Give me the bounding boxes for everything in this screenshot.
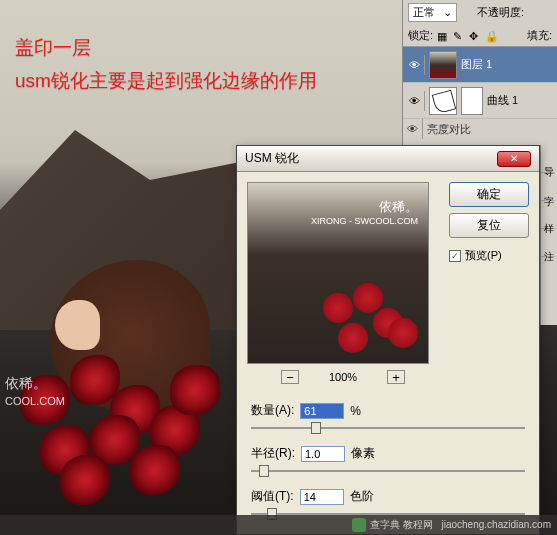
lock-label: 锁定:	[408, 28, 433, 43]
amount-unit: %	[350, 404, 361, 418]
layer-thumbnail[interactable]	[429, 51, 457, 79]
watermark-url-short: COOL.COM	[5, 395, 65, 407]
close-button[interactable]: ✕	[497, 151, 531, 167]
reset-button[interactable]: 复位	[449, 213, 529, 238]
layers-panel: 正常 ⌄ 不透明度: 锁定: ▦ ✎ ✥ 🔒 填充: 👁 图层 1 👁 曲线 1…	[402, 0, 557, 145]
amount-input[interactable]	[300, 403, 344, 419]
chevron-down-icon: ⌄	[443, 6, 452, 19]
radius-slider[interactable]	[251, 464, 525, 478]
threshold-label: 阈值(T):	[251, 488, 294, 505]
annotation-line1: 盖印一层	[15, 35, 91, 61]
preview-watermark: 依稀。 XIRONG - SWCOOL.COM	[311, 198, 418, 226]
preview-checkbox-label: 预览(P)	[465, 248, 502, 263]
blend-mode-value: 正常	[413, 5, 435, 20]
zoom-in-button[interactable]: +	[387, 370, 405, 384]
amount-slider[interactable]	[251, 421, 525, 435]
watermark-name: 依稀。	[5, 375, 47, 393]
right-tool-strip: 导 字 样 注	[540, 145, 557, 325]
layer-name: 图层 1	[461, 57, 492, 72]
visibility-eye-icon[interactable]: 👁	[405, 91, 425, 111]
radius-label: 半径(R):	[251, 445, 295, 462]
amount-label: 数量(A):	[251, 402, 294, 419]
preview-image[interactable]: 依稀。 XIRONG - SWCOOL.COM	[247, 182, 429, 364]
tool-tab[interactable]: 样	[541, 201, 555, 229]
ok-button[interactable]: 确定	[449, 182, 529, 207]
tool-tab[interactable]: 字	[541, 173, 555, 201]
tool-tab[interactable]: 导	[541, 145, 555, 173]
threshold-input[interactable]	[300, 489, 344, 505]
zoom-out-button[interactable]: −	[281, 370, 299, 384]
annotation-line2: usm锐化主要是起到强化边缘的作用	[15, 68, 317, 94]
blend-mode-dropdown[interactable]: 正常 ⌄	[408, 3, 457, 22]
layer-name-truncated: 亮度对比	[427, 122, 471, 137]
photo-face	[55, 300, 100, 350]
close-icon: ✕	[510, 153, 518, 164]
slider-thumb[interactable]	[259, 465, 269, 477]
layer-name: 曲线 1	[487, 93, 518, 108]
preview-checkbox[interactable]: ✓	[449, 250, 461, 262]
dialog-titlebar[interactable]: USM 锐化 ✕	[237, 146, 539, 172]
layer-mask-thumbnail[interactable]	[461, 87, 483, 115]
usm-sharpen-dialog: USM 锐化 ✕ 依稀。 XIRONG - SWCOOL.COM − 100% …	[236, 145, 540, 535]
slider-thumb[interactable]	[311, 422, 321, 434]
dialog-title: USM 锐化	[245, 150, 299, 167]
visibility-eye-icon[interactable]: 👁	[403, 119, 423, 139]
minus-icon: −	[286, 370, 294, 385]
lock-transparency-icon[interactable]: ▦	[437, 30, 449, 42]
layer-item-curves[interactable]: 👁 曲线 1	[403, 83, 557, 119]
radius-unit: 像素	[351, 445, 375, 462]
footer-logo-icon	[352, 518, 366, 532]
lock-brush-icon[interactable]: ✎	[453, 30, 465, 42]
plus-icon: +	[392, 370, 400, 385]
lock-all-icon[interactable]: 🔒	[485, 30, 497, 42]
radius-input[interactable]	[301, 446, 345, 462]
curves-adjustment-icon[interactable]	[429, 87, 457, 115]
zoom-level: 100%	[329, 371, 357, 383]
footer-site: jiaocheng.chazidian.com	[441, 519, 551, 530]
footer-brand: 查字典 教程网	[370, 519, 433, 530]
layer-item-truncated[interactable]: 👁 亮度对比	[403, 119, 557, 139]
tool-tab[interactable]: 注	[541, 229, 555, 257]
footer-watermark: 查字典 教程网 jiaocheng.chazidian.com	[0, 515, 557, 535]
lock-move-icon[interactable]: ✥	[469, 30, 481, 42]
visibility-eye-icon[interactable]: 👁	[405, 55, 425, 75]
opacity-label: 不透明度:	[477, 5, 524, 20]
fill-label: 填充:	[527, 28, 552, 43]
layer-item-1[interactable]: 👁 图层 1	[403, 47, 557, 83]
threshold-unit: 色阶	[350, 488, 374, 505]
